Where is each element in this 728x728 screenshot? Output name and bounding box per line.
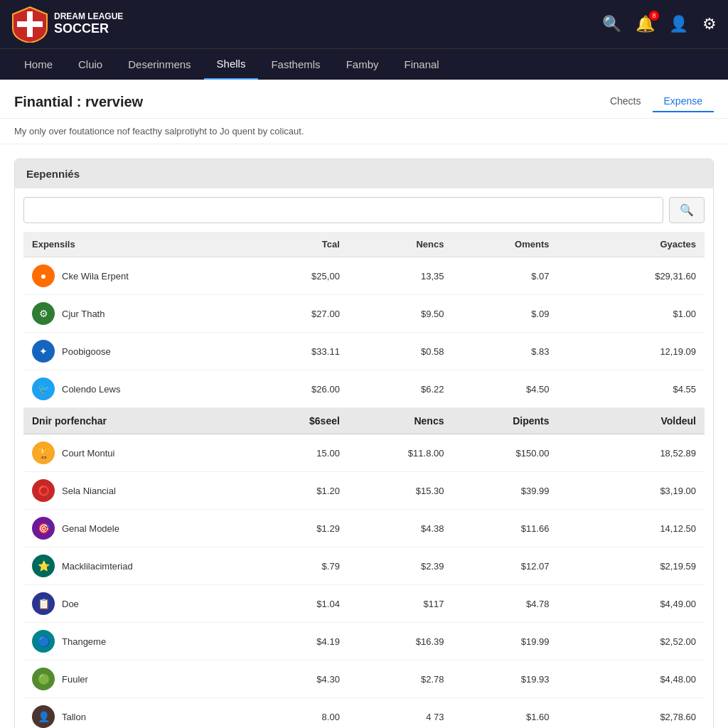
item-nencs: $15.30 xyxy=(348,472,453,510)
item-dipents: $1.60 xyxy=(452,698,557,729)
table-row: 📋 Doe $1.04 $117 $4.78 $4,49.00 xyxy=(23,585,705,623)
page-content: Finantial : rverview Chects Expense My o… xyxy=(0,80,728,728)
item-seel: $1.29 xyxy=(255,510,348,547)
item-seel: $1.04 xyxy=(255,585,348,623)
tab-chects[interactable]: Chects xyxy=(599,91,653,112)
nav-deserinmens[interactable]: Deserinmens xyxy=(115,50,203,79)
item-seel: 15.00 xyxy=(255,434,348,472)
expense-name: Colendo Lews xyxy=(62,384,120,395)
item-icon: 🟢 xyxy=(32,668,55,690)
search-input[interactable] xyxy=(23,197,663,223)
expense-name-cell: ✦ Poobigoose xyxy=(23,333,255,370)
expense-icon: ✦ xyxy=(32,340,55,363)
expense-tcal: $27.00 xyxy=(255,295,348,333)
item-name-cell: ⭕ Sela Niancial xyxy=(23,472,255,510)
item-name: Court Montui xyxy=(62,448,114,459)
expense-nencs: $9.50 xyxy=(348,295,453,333)
item-nencs: $2.39 xyxy=(348,547,453,585)
nav-famby[interactable]: Famby xyxy=(333,50,392,79)
item-nencs: $16.39 xyxy=(348,623,453,660)
table-row: 🟢 Fuuler $4.30 $2.78 $19.93 $4,48.00 xyxy=(23,660,705,698)
expense-name: Cke Wila Erpent xyxy=(62,271,129,282)
search-icon-button[interactable]: 🔍 xyxy=(602,15,621,33)
section-header-row: Dnir porfenchar $6seel Nencs Dipents Vol… xyxy=(23,408,705,434)
item-seel: $.79 xyxy=(255,547,348,585)
item-voldeul: $2,78.60 xyxy=(558,698,705,729)
item-seel: $1.20 xyxy=(255,472,348,510)
table-row: 🏆 Court Montui 15.00 $11.8.00 $150.00 18… xyxy=(23,434,705,472)
item-icon: 🎯 xyxy=(32,517,55,540)
item-name-cell: 🏆 Court Montui xyxy=(23,434,255,472)
bell-icon-button[interactable]: 🔔 8 xyxy=(636,15,655,33)
expense-gyactes: $4.55 xyxy=(558,370,705,408)
expenses-card-body: 🔍 Expensils Tcal Nencs Oments Gyactes xyxy=(15,188,713,728)
item-name: Doe xyxy=(62,599,79,609)
col-expensils: Expensils xyxy=(23,232,255,257)
section-col-voldeul: Voldeul xyxy=(558,408,705,434)
table-row: ⭐ Macklilacimteriad $.79 $2.39 $12.07 $2… xyxy=(23,547,705,585)
item-icon: 🏆 xyxy=(32,441,55,464)
menu-bar: Home Cluio Deserinmens Shells Fasthemls … xyxy=(0,48,728,80)
item-voldeul: $2,52.00 xyxy=(558,623,705,660)
section-col-seel: $6seel xyxy=(255,408,348,434)
section-col-nencs: Nencs xyxy=(348,408,453,434)
expense-icon: 🐦 xyxy=(32,378,55,400)
nav-icons: 🔍 🔔 8 👤 ⚙ xyxy=(602,15,717,33)
expense-tcal: $25,00 xyxy=(255,257,348,295)
bell-badge: 8 xyxy=(649,11,659,21)
item-icon: ⭐ xyxy=(32,555,55,577)
logo: DREAM LEAGUE SOCCER xyxy=(11,6,123,43)
item-icon: 📋 xyxy=(32,592,55,615)
nav-shells[interactable]: Shells xyxy=(204,49,259,80)
table-row: ● Cke Wila Erpent $25,00 13,35 $.07 $29,… xyxy=(23,257,705,295)
logo-shield-icon xyxy=(11,6,48,43)
table-row: 👤 Tallon 8.00 4 73 $1.60 $2,78.60 xyxy=(23,698,705,729)
item-voldeul: 14,12.50 xyxy=(558,510,705,547)
item-nencs: 4 73 xyxy=(348,698,453,729)
item-dipents: $19.93 xyxy=(452,660,557,698)
section-title: Dnir porfenchar xyxy=(23,408,255,434)
item-name: Tallon xyxy=(62,712,86,722)
item-nencs: $11.8.00 xyxy=(348,434,453,472)
expense-icon: ● xyxy=(32,264,55,287)
item-name: Sela Niancial xyxy=(62,486,116,496)
page-header: Finantial : rverview Chects Expense xyxy=(0,80,728,119)
table-row: ✦ Poobigoose $33.11 $0.58 $.83 12,19.09 xyxy=(23,333,705,370)
expenses-card: Eepenniés 🔍 Expensils Tcal Nencs Oments xyxy=(14,159,714,728)
item-seel: 8.00 xyxy=(255,698,348,729)
item-dipents: $39.99 xyxy=(452,472,557,510)
expense-gyactes: $29,31.60 xyxy=(558,257,705,295)
user-icon-button[interactable]: 👤 xyxy=(669,15,688,33)
nav-fasthemls[interactable]: Fasthemls xyxy=(258,50,333,79)
col-tcal: Tcal xyxy=(255,232,348,257)
table-row: ⚙ Cjur Thath $27.00 $9.50 $.09 $1.00 xyxy=(23,295,705,333)
item-name: Genal Modele xyxy=(62,523,119,534)
expense-oments: $.07 xyxy=(452,257,557,295)
nav-home[interactable]: Home xyxy=(11,50,65,79)
expenses-table: Expensils Tcal Nencs Oments Gyactes xyxy=(23,232,705,728)
search-button[interactable]: 🔍 xyxy=(669,197,705,223)
section-col-dipents: Dipents xyxy=(452,408,557,434)
item-name-cell: 📋 Doe xyxy=(23,585,255,623)
table-row: 🐦 Colendo Lews $26.00 $6.22 $4.50 $4.55 xyxy=(23,370,705,408)
item-voldeul: $2,19.59 xyxy=(558,547,705,585)
settings-icon-button[interactable]: ⚙ xyxy=(702,15,717,33)
expense-name-cell: ⚙ Cjur Thath xyxy=(23,295,255,333)
item-voldeul: $3,19.00 xyxy=(558,472,705,510)
item-nencs: $117 xyxy=(348,585,453,623)
expense-tcal: $33.11 xyxy=(255,333,348,370)
expense-name: Cjur Thath xyxy=(62,309,105,319)
nav-finanal[interactable]: Finanal xyxy=(391,50,451,79)
item-icon: 👤 xyxy=(32,705,55,728)
expense-nencs: $0.58 xyxy=(348,333,453,370)
item-name-cell: 🟢 Fuuler xyxy=(23,660,255,698)
item-nencs: $2.78 xyxy=(348,660,453,698)
tab-expense[interactable]: Expense xyxy=(653,91,714,112)
expense-name-cell: 🐦 Colendo Lews xyxy=(23,370,255,408)
col-nencs: Nencs xyxy=(348,232,453,257)
expense-icon: ⚙ xyxy=(32,302,55,325)
nav-cluio[interactable]: Cluio xyxy=(65,50,115,79)
item-name: Macklilacimteriad xyxy=(62,561,133,572)
item-dipents: $12.07 xyxy=(452,547,557,585)
main-section: Eepenniés 🔍 Expensils Tcal Nencs Oments xyxy=(0,144,728,728)
